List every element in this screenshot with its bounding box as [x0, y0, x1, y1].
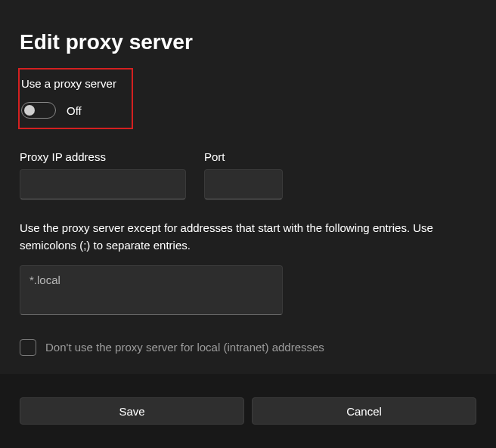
cancel-button[interactable]: Cancel — [252, 397, 476, 425]
exceptions-input[interactable] — [20, 265, 283, 315]
ip-field-group: Proxy IP address — [20, 150, 186, 199]
dialog-button-bar: Save Cancel — [0, 374, 496, 448]
local-bypass-label: Don't use the proxy server for local (in… — [45, 341, 324, 354]
local-bypass-row: Don't use the proxy server for local (in… — [20, 339, 476, 356]
save-button[interactable]: Save — [20, 397, 244, 425]
address-port-row: Proxy IP address Port — [20, 150, 476, 199]
local-bypass-checkbox[interactable] — [20, 339, 36, 356]
proxy-ip-input[interactable] — [20, 169, 186, 199]
edit-proxy-dialog: Edit proxy server Use a proxy server Off… — [0, 0, 496, 356]
port-field-group: Port — [204, 150, 283, 199]
exceptions-description: Use the proxy server except for addresse… — [20, 219, 473, 255]
dialog-title: Edit proxy server — [20, 30, 476, 54]
proxy-port-input[interactable] — [204, 169, 283, 199]
proxy-toggle-label: Use a proxy server — [20, 77, 124, 90]
proxy-toggle-section: Use a proxy server Off — [18, 68, 133, 129]
toggle-row: Off — [20, 102, 124, 119]
port-label: Port — [204, 150, 283, 163]
proxy-toggle[interactable] — [21, 102, 56, 119]
ip-label: Proxy IP address — [20, 150, 186, 163]
toggle-knob — [24, 105, 35, 116]
proxy-toggle-state: Off — [67, 104, 82, 117]
